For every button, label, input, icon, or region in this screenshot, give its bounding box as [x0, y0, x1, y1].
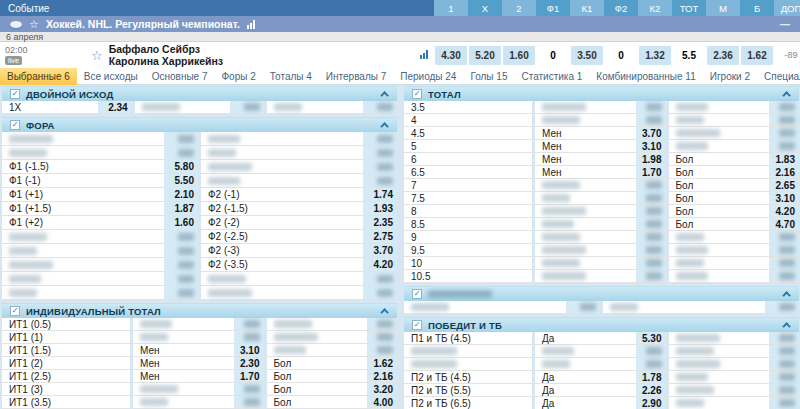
section-checkbox[interactable]: ✓: [10, 306, 20, 316]
odds-value[interactable]: 2.16: [769, 166, 799, 178]
statistics-bars-icon[interactable]: [247, 20, 255, 29]
market-cell[interactable]: Ф1 (+1)2.10: [2, 188, 198, 202]
collapse-chevron-icon[interactable]: [782, 91, 790, 99]
market-cell[interactable]: [267, 101, 397, 114]
market-cell[interactable]: [669, 244, 800, 257]
market-cell[interactable]: Мен1.98: [535, 153, 666, 166]
odds-value[interactable]: 4.00: [367, 396, 397, 408]
odds-value[interactable]: [769, 231, 799, 243]
odds-value[interactable]: 1.70: [636, 166, 666, 178]
odds-value[interactable]: [164, 230, 198, 243]
section-header-double-chance[interactable]: ✓ДВОЙНОЙ ИСХОД: [2, 86, 397, 101]
section-checkbox[interactable]: ✓: [10, 89, 20, 99]
odds-value[interactable]: 5.80: [164, 160, 198, 173]
odds-value[interactable]: 2.75: [363, 230, 397, 243]
odds-value[interactable]: 2.65: [769, 179, 799, 191]
tab-selected[interactable]: Выбранные 6: [0, 68, 77, 85]
odds-cell-К1[interactable]: 3.50: [571, 46, 603, 65]
odds-value[interactable]: 1.93: [363, 202, 397, 215]
market-cell[interactable]: [669, 384, 800, 397]
odds-value[interactable]: [636, 270, 666, 282]
market-cell[interactable]: Ф1 (+2)1.60: [2, 216, 198, 230]
odds-cell-М[interactable]: 2.36: [707, 46, 739, 65]
odds-cell-К2[interactable]: 1.32: [639, 46, 671, 65]
odds-value[interactable]: [363, 174, 397, 187]
section-header-handicap[interactable]: ✓ФОРА: [2, 117, 397, 132]
market-cell[interactable]: [669, 371, 800, 384]
market-cell[interactable]: Бол2.65: [669, 179, 800, 192]
odds-value[interactable]: 1.74: [363, 188, 397, 201]
market-cell[interactable]: Да2.26: [535, 384, 666, 397]
market-cell[interactable]: [535, 218, 666, 231]
odds-value[interactable]: [363, 286, 397, 299]
odds-value[interactable]: 4.20: [769, 205, 799, 217]
market-cell[interactable]: Бол4.70: [669, 218, 800, 231]
odds-value[interactable]: [636, 114, 666, 126]
market-cell[interactable]: Мен1.70: [133, 370, 264, 383]
section-header-win-and-over[interactable]: ✓ПОБЕДИТ И ТБ: [404, 317, 799, 332]
market-cell[interactable]: [133, 318, 264, 331]
market-cell[interactable]: [669, 397, 800, 409]
market-cell[interactable]: Мен1.70: [535, 166, 666, 179]
odds-value[interactable]: [363, 101, 397, 113]
odds-value[interactable]: [367, 331, 397, 343]
odds-value[interactable]: 4.20: [363, 258, 397, 271]
odds-value[interactable]: [636, 205, 666, 217]
odds-value[interactable]: [363, 146, 397, 159]
odds-value[interactable]: 2.30: [234, 357, 264, 369]
odds-value[interactable]: [769, 244, 799, 256]
market-cell[interactable]: Ф2 (-2)2.35: [201, 216, 397, 230]
odds-value[interactable]: 2.34: [98, 101, 132, 113]
tab-specials[interactable]: Специальные 22: [757, 68, 800, 85]
market-cell[interactable]: [669, 114, 800, 127]
market-cell[interactable]: Ф2 (-1)1.74: [201, 188, 397, 202]
market-cell[interactable]: [201, 272, 397, 286]
market-cell[interactable]: Ф1 (-1)5.50: [2, 174, 198, 188]
odds-value[interactable]: [164, 272, 198, 285]
odds-value[interactable]: 4.70: [769, 218, 799, 230]
odds-value[interactable]: [769, 140, 799, 152]
market-cell[interactable]: [535, 270, 666, 283]
tab-main[interactable]: Основные 7: [145, 68, 215, 85]
odds-value[interactable]: [769, 101, 799, 113]
odds-value[interactable]: 1.87: [164, 202, 198, 215]
market-cell[interactable]: Бол4.00: [267, 396, 398, 409]
favorite-star-icon[interactable]: ☆: [29, 19, 39, 30]
section-checkbox[interactable]: ✓: [412, 89, 422, 99]
market-cell[interactable]: [535, 231, 666, 244]
market-cell[interactable]: [201, 160, 397, 174]
section-checkbox[interactable]: ✓: [10, 120, 20, 130]
market-cell[interactable]: [2, 132, 198, 146]
odds-value[interactable]: 1.62: [367, 357, 397, 369]
odds-value[interactable]: [636, 192, 666, 204]
tab-totals[interactable]: Тоталы 4: [263, 68, 319, 85]
market-cell[interactable]: [535, 205, 666, 218]
teams[interactable]: Баффало Сейбрз Каролина Харрикейнз: [109, 43, 223, 67]
odds-value[interactable]: 3.70: [636, 127, 666, 139]
collapse-chevron-icon[interactable]: [380, 308, 388, 316]
odds-value[interactable]: 3.70: [363, 244, 397, 257]
odds-value[interactable]: [164, 258, 198, 271]
collapse-chevron-icon[interactable]: [380, 91, 388, 99]
market-cell[interactable]: Ф1 (+1.5)1.87: [2, 202, 198, 216]
tab-periods[interactable]: Периоды 24: [393, 68, 463, 85]
odds-value[interactable]: [769, 127, 799, 139]
odds-value[interactable]: 1.60: [164, 216, 198, 229]
odds-value[interactable]: 2.35: [363, 216, 397, 229]
market-cell[interactable]: [133, 383, 264, 396]
market-cell[interactable]: [535, 244, 666, 257]
odds-value[interactable]: [769, 358, 799, 370]
odds-value[interactable]: [363, 132, 397, 145]
market-cell[interactable]: Да5.30: [535, 332, 666, 345]
odds-value[interactable]: [636, 345, 666, 357]
section-header-total[interactable]: ✓ТОТАЛ: [404, 86, 799, 101]
market-cell[interactable]: Бол4.20: [669, 205, 800, 218]
market-cell[interactable]: Ф2 (-2.5)2.75: [201, 230, 397, 244]
market-cell[interactable]: Мен3.10: [535, 140, 666, 153]
odds-cell-Б[interactable]: 1.62: [741, 46, 773, 65]
market-cell[interactable]: [535, 345, 666, 358]
market-cell[interactable]: Ф1 (-1.5)5.80: [2, 160, 198, 174]
market-cell[interactable]: [2, 272, 198, 286]
odds-value[interactable]: [769, 397, 799, 409]
market-cell[interactable]: [201, 286, 397, 300]
